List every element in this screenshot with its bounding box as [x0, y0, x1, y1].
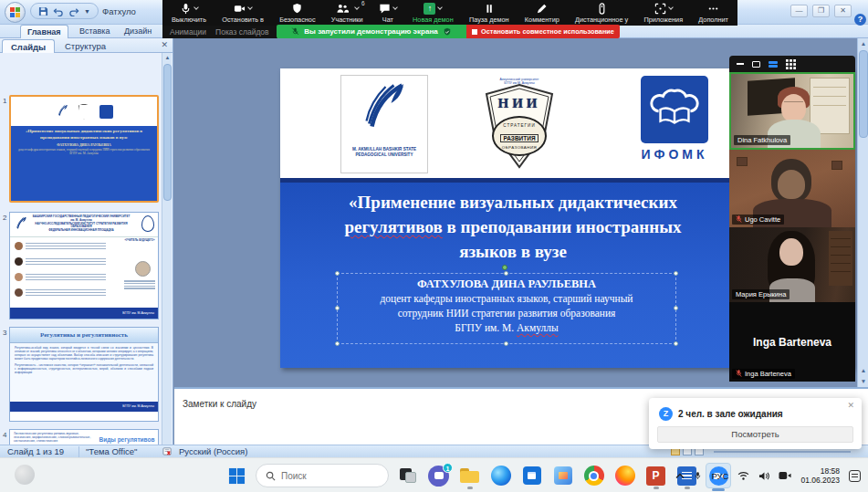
- tray-expand-icon[interactable]: [675, 473, 685, 479]
- pause-share-button[interactable]: Пауза демон: [469, 3, 509, 24]
- resize-handle[interactable]: [335, 341, 340, 346]
- author-textbox[interactable]: ФАТХУЛОВА ДИНА РАУЛЬЕВНА доцент кафедры …: [337, 273, 676, 344]
- teams-chat-button[interactable]: 1: [426, 464, 451, 488]
- slides-panel-scrollbar[interactable]: ▲: [162, 53, 172, 445]
- video-tile-dina[interactable]: Dina Fatkhulova: [729, 72, 855, 150]
- pencil-icon: [536, 3, 548, 15]
- tray-clock[interactable]: 18:58 01.06.2023: [800, 466, 840, 485]
- resize-handle[interactable]: [674, 271, 678, 276]
- taskbar-search[interactable]: [256, 464, 389, 487]
- video-panel-controls: [729, 56, 855, 72]
- video-tile-inga[interactable]: Inga Barteneva Inga Barteneva: [729, 302, 855, 382]
- video-tile-maria[interactable]: Мария Ерыкина: [729, 227, 855, 302]
- volume-icon[interactable]: [758, 471, 769, 481]
- apps-button[interactable]: Приложения: [643, 3, 683, 24]
- gallery-strip-icon[interactable]: [769, 61, 778, 68]
- tab-animations[interactable]: Анимации: [170, 27, 206, 37]
- prev-slide-icon[interactable]: ▲: [858, 365, 868, 376]
- thumb3-title: Регулятивы и регулятивность: [10, 328, 158, 343]
- mute-button[interactable]: Выключить: [172, 3, 206, 24]
- resize-handle[interactable]: [504, 271, 508, 276]
- search-input[interactable]: [281, 471, 372, 481]
- teams-icon: 1: [428, 466, 449, 487]
- tab-design[interactable]: Дизайн: [118, 25, 158, 38]
- resize-handle[interactable]: [674, 306, 678, 310]
- thumbnail-slide-4[interactable]: Лингвистические регулятивы ритмико-звуко…: [9, 429, 159, 445]
- tray-mic-icon[interactable]: [694, 470, 702, 481]
- participants-button[interactable]: 6 Участники: [331, 3, 363, 24]
- scroll-up-icon[interactable]: ▲: [858, 38, 868, 49]
- scroll-up-icon[interactable]: ▲: [162, 53, 173, 63]
- notification-center-icon[interactable]: [849, 470, 861, 482]
- slides-panel: Слайды Структура ✕ 1 «Применение визуаль…: [0, 38, 173, 445]
- language-indicator[interactable]: Русский (Россия): [179, 446, 247, 457]
- chevron-down-icon[interactable]: [247, 5, 253, 10]
- chevron-down-icon[interactable]: [193, 5, 199, 10]
- stop-share-button[interactable]: Остановить совместное использование: [466, 25, 620, 38]
- firefox-button[interactable]: [612, 464, 637, 488]
- maximize-button[interactable]: ❐: [812, 5, 830, 17]
- tab-insert[interactable]: Вставка: [73, 25, 116, 38]
- weather-icon[interactable]: [15, 465, 35, 485]
- tray-date: 01.06.2023: [800, 476, 840, 485]
- wifi-icon[interactable]: [737, 471, 749, 480]
- close-icon[interactable]: ✕: [847, 401, 854, 410]
- more-button[interactable]: Дополнит: [698, 3, 728, 24]
- store-button[interactable]: [519, 464, 544, 488]
- chrome-button[interactable]: [581, 464, 606, 488]
- thumb2-footer: БГПУ им. М.Акмуллы: [10, 308, 158, 319]
- next-slide-icon[interactable]: ▼: [858, 376, 868, 387]
- chevron-down-icon[interactable]: [668, 5, 674, 10]
- zoom-slider[interactable]: [714, 451, 851, 453]
- help-icon[interactable]: ?: [854, 14, 866, 26]
- chat-button[interactable]: Чат: [379, 3, 397, 24]
- zoom-logo-icon: Z: [659, 407, 673, 421]
- qat-dropdown-icon[interactable]: ▼: [84, 8, 90, 15]
- tray-camera-icon[interactable]: [779, 471, 791, 480]
- thumbnail-slide-3[interactable]: Регулятивы и регулятивность Регулятивы-о…: [9, 327, 159, 422]
- resize-handle[interactable]: [335, 306, 340, 310]
- photos-button[interactable]: [550, 464, 575, 488]
- speaker-view-icon[interactable]: [752, 61, 760, 68]
- resize-handle[interactable]: [504, 341, 508, 346]
- editor-scrollbar[interactable]: ▲ ▲▼: [857, 38, 868, 387]
- video-tile-ugo[interactable]: Ugo Cavitte: [729, 150, 855, 227]
- tab-slides[interactable]: Слайды: [2, 39, 55, 53]
- chevron-down-icon[interactable]: [354, 5, 360, 10]
- slide-title[interactable]: «Применение визуальных дидактических рег…: [289, 190, 737, 264]
- file-explorer-button[interactable]: [457, 464, 482, 488]
- remote-control-button[interactable]: Дистанционное у: [575, 3, 628, 24]
- scrollbar-thumb[interactable]: [859, 50, 868, 138]
- close-button[interactable]: ✕: [834, 5, 852, 17]
- office-button[interactable]: [5, 2, 26, 23]
- grid-view-icon[interactable]: [786, 59, 796, 69]
- thumbnail-slide-1[interactable]: «Применение визуальных дидактических рег…: [9, 95, 159, 203]
- edge-button[interactable]: [488, 464, 513, 488]
- task-view-button[interactable]: [395, 464, 420, 488]
- chevron-down-icon[interactable]: [392, 5, 398, 10]
- resize-handle[interactable]: [335, 271, 340, 276]
- minimize-button[interactable]: —: [790, 5, 808, 17]
- annotate-button[interactable]: Комментир: [525, 3, 559, 24]
- tab-slideshow[interactable]: Показ слайдов: [215, 27, 269, 37]
- undo-icon[interactable]: [53, 6, 64, 16]
- stop-video-button[interactable]: Остановить в: [222, 3, 264, 24]
- panel-close-icon[interactable]: ✕: [161, 40, 168, 49]
- scrollbar-thumb[interactable]: [163, 64, 172, 201]
- shield-icon: [291, 3, 303, 15]
- resize-handle[interactable]: [674, 341, 678, 346]
- chevron-down-icon[interactable]: [438, 5, 444, 10]
- redo-icon[interactable]: [68, 6, 79, 16]
- language-switcher[interactable]: РУС: [711, 471, 728, 481]
- security-button[interactable]: Безопаснос: [279, 3, 315, 24]
- start-button[interactable]: [225, 464, 249, 488]
- tab-home[interactable]: Главная: [20, 25, 68, 38]
- save-icon[interactable]: [38, 6, 48, 16]
- thumbnail-slide-2[interactable]: БАШКИРСКИЙ ГОСУДАРСТВЕННЫЙ ПЕДАГОГИЧЕСКИ…: [9, 212, 159, 319]
- new-share-button[interactable]: ↑ Новая демон: [413, 3, 454, 24]
- powerpoint-button[interactable]: P: [643, 464, 668, 488]
- tab-outline[interactable]: Структура: [57, 39, 114, 53]
- rotate-handle[interactable]: [502, 265, 507, 270]
- minimize-panel-icon[interactable]: [737, 63, 744, 65]
- view-waiting-room-button[interactable]: Посмотреть: [657, 426, 853, 443]
